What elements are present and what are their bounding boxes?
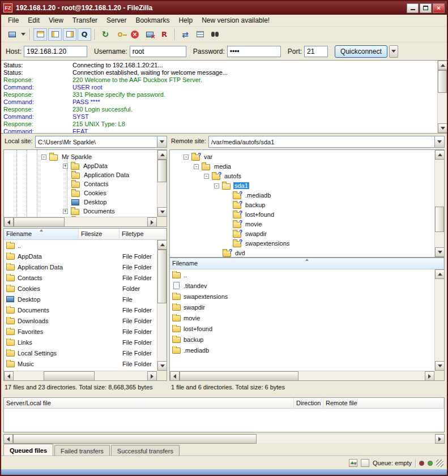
file-row[interactable]: Local SettingsFile Folder xyxy=(4,348,157,358)
combo-dropdown-button[interactable] xyxy=(157,136,167,147)
tab-failed-transfers[interactable]: Failed transfers xyxy=(54,445,110,456)
file-row[interactable]: backup xyxy=(170,334,434,345)
tree-item-autofs[interactable]: autofs xyxy=(204,171,242,181)
file-row[interactable]: ContactsFile Folder xyxy=(4,272,157,283)
menu-file[interactable]: File xyxy=(3,15,23,25)
file-row[interactable]: lost+found xyxy=(170,323,434,334)
disconnect-button[interactable]: × xyxy=(143,28,156,41)
close-button[interactable]: × xyxy=(433,3,445,13)
scrollbar-thumb[interactable] xyxy=(13,434,257,444)
tree-item-lost-found[interactable]: lost+found xyxy=(224,210,275,219)
file-row[interactable]: FavoritesFile Folder xyxy=(4,326,157,337)
port-input[interactable] xyxy=(304,46,328,57)
tree-item-mr-sparkle[interactable]: Mr Sparkle xyxy=(41,152,93,161)
local-tree-vscrollbar[interactable] xyxy=(157,150,167,217)
speed-limits-icon[interactable] xyxy=(349,459,357,467)
maximize-button[interactable] xyxy=(420,3,432,13)
scrollbar-thumb[interactable] xyxy=(14,217,65,227)
menu-help[interactable]: Help xyxy=(174,15,197,25)
encryption-icon[interactable] xyxy=(361,459,369,467)
tab-queued-files[interactable]: Queued files xyxy=(3,444,53,456)
refresh-button[interactable] xyxy=(99,28,112,41)
tree-item-swapdir[interactable]: swapdir xyxy=(224,229,268,238)
file-row[interactable]: .mediadb xyxy=(170,345,434,355)
menu-edit[interactable]: Edit xyxy=(23,15,44,25)
tree-item-media[interactable]: media xyxy=(194,162,232,171)
menu-transfer[interactable]: Transfer xyxy=(68,15,102,25)
menu-new-version[interactable]: New version available! xyxy=(197,15,274,25)
directory-comparison-button[interactable] xyxy=(178,28,192,41)
toggle-remote-tree-button[interactable] xyxy=(63,28,76,41)
reconnect-button[interactable] xyxy=(157,28,171,41)
minimize-button[interactable] xyxy=(407,3,419,13)
expand-icon[interactable] xyxy=(63,164,68,169)
tree-item-mediadb[interactable]: .mediadb xyxy=(224,191,272,200)
toggle-message-log-button[interactable] xyxy=(33,28,47,41)
file-row[interactable]: MusicFile Folder xyxy=(4,358,157,369)
remote-tree-vscrollbar[interactable] xyxy=(434,150,444,257)
scrollbar-thumb[interactable] xyxy=(157,160,167,182)
scrollbar-thumb[interactable] xyxy=(435,207,444,232)
process-queue-button[interactable] xyxy=(113,28,127,41)
file-row[interactable]: DesktopFile xyxy=(4,294,157,305)
column-header-filename[interactable]: Filename xyxy=(4,229,79,239)
file-row[interactable]: .. xyxy=(170,269,434,280)
file-row[interactable]: LinksFile Folder xyxy=(4,337,157,348)
collapse-icon[interactable] xyxy=(214,183,219,188)
site-manager-dropdown[interactable] xyxy=(19,28,27,41)
column-header-direction[interactable]: Direction xyxy=(294,398,323,408)
toggle-local-tree-button[interactable] xyxy=(48,28,62,41)
username-input[interactable] xyxy=(130,46,186,57)
column-header-filename[interactable]: Filename xyxy=(170,258,444,269)
scrollbar-thumb[interactable] xyxy=(438,70,447,93)
file-row[interactable]: DocumentsFile Folder xyxy=(4,305,157,315)
tree-item-sda1[interactable]: sda1 xyxy=(214,181,249,190)
tree-item-movie[interactable]: movie xyxy=(224,220,263,229)
remote-list-vscrollbar[interactable] xyxy=(434,269,444,371)
tree-item-contacts[interactable]: Contacts xyxy=(63,179,109,188)
quickconnect-button[interactable]: Quickconnect xyxy=(335,45,387,58)
log-scrollbar[interactable] xyxy=(437,61,447,133)
tree-item-cookies[interactable]: Cookies xyxy=(63,188,108,198)
file-row[interactable]: CookiesFolder xyxy=(4,283,157,294)
tree-item-swapextensions[interactable]: swapextensions xyxy=(224,239,291,248)
titlebar[interactable]: FZ 192.168.1.20 - root@192.168.1.20 - Fi… xyxy=(1,1,447,15)
column-header-filesize[interactable]: Filesize xyxy=(79,229,120,239)
file-row[interactable]: .titandev xyxy=(170,280,434,291)
column-header-filetype[interactable]: Filetype xyxy=(120,229,167,239)
tree-item-appdata[interactable]: AppData xyxy=(63,161,109,170)
local-list-vscrollbar[interactable] xyxy=(157,240,167,371)
find-files-button[interactable] xyxy=(208,28,221,41)
collapse-icon[interactable] xyxy=(184,155,189,160)
tree-item-desktop[interactable]: Desktop xyxy=(63,198,108,207)
local-site-combo[interactable]: C:\Users\Mr Sparkle\ xyxy=(35,136,167,148)
toggle-queue-button[interactable] xyxy=(78,28,91,41)
tree-item-dvd[interactable]: dvd xyxy=(214,248,246,258)
cancel-button[interactable] xyxy=(128,28,142,41)
host-input[interactable] xyxy=(24,46,87,57)
synchronized-browsing-button[interactable] xyxy=(193,28,207,41)
file-row[interactable]: DownloadsFile Folder xyxy=(4,315,157,326)
queue-hscrollbar[interactable] xyxy=(3,434,445,443)
local-list-hscrollbar[interactable] xyxy=(4,371,157,380)
file-row[interactable]: Application DataFile Folder xyxy=(4,261,157,272)
column-header-server-local-file[interactable]: Server/Local file xyxy=(4,398,294,408)
tree-item-backup[interactable]: backup xyxy=(224,200,266,209)
tree-item-var[interactable]: var xyxy=(184,152,214,161)
scrollbar-thumb[interactable] xyxy=(44,371,95,381)
menu-view[interactable]: View xyxy=(44,15,68,25)
resize-grip[interactable] xyxy=(436,460,443,467)
file-row[interactable]: .. xyxy=(4,240,157,251)
remote-list-hscrollbar[interactable] xyxy=(170,371,434,380)
tree-item-application-data[interactable]: Application Data xyxy=(63,170,130,179)
menu-bookmarks[interactable]: Bookmarks xyxy=(131,15,174,25)
expand-icon[interactable] xyxy=(63,209,68,214)
site-manager-button[interactable] xyxy=(5,28,19,41)
collapse-icon[interactable] xyxy=(194,164,199,169)
remote-site-combo[interactable]: /var/media/autofs/sda1 xyxy=(208,136,445,148)
collapse-icon[interactable] xyxy=(41,155,46,160)
file-row[interactable]: AppDataFile Folder xyxy=(4,251,157,261)
combo-dropdown-button[interactable] xyxy=(434,136,444,147)
quickconnect-dropdown[interactable] xyxy=(389,45,398,58)
file-row[interactable]: swapdir xyxy=(170,302,434,312)
